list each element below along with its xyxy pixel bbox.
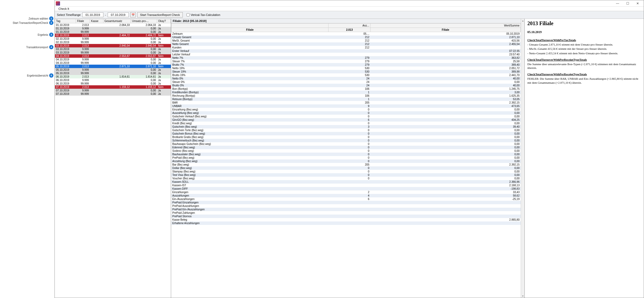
- detail-row[interactable]: PrePaid Zahlungen: [171, 211, 521, 215]
- detail-row[interactable]: Kassen-DIFF-198,83: [171, 187, 521, 190]
- detail-row[interactable]: Brutto 7%279389,40: [171, 63, 521, 66]
- detail-row[interactable]: Netto 0%2440,00: [171, 77, 521, 80]
- detail-row[interactable]: Gutschein Torte (Bez.weg)00,00: [171, 128, 521, 132]
- result-col-header[interactable]: Tag: [55, 19, 76, 23]
- detail-row[interactable]: Ein-/Auszahlungen6-25,19: [171, 197, 521, 201]
- detail-row[interactable]: Dollar (Bez.weg)00,00: [171, 166, 521, 170]
- table-row[interactable]: 02.10.201999.9990,00Ja: [55, 41, 171, 44]
- table-row[interactable]: 06.10.201999.9990,00Ja: [55, 82, 171, 85]
- detail-row[interactable]: PrePaid Auszahlungen: [171, 204, 521, 208]
- detail-row[interactable]: Kunden212: [171, 46, 521, 49]
- detail-row[interactable]: Kredit (Bez.weg)00,00: [171, 122, 521, 125]
- detail-row[interactable]: PrePaid Einzahlungen: [171, 201, 521, 204]
- detail-row[interactable]: PrePaid Stornos: [171, 215, 521, 218]
- titlebar: — ☐ ✕: [55, 0, 644, 7]
- menu-checkit[interactable]: Check It: [56, 7, 71, 11]
- detail-scroll[interactable]: Anz... Wert/Summe Filiale 2.013 Filiale …: [171, 23, 524, 298]
- detail-row[interactable]: Kassen-IST2.168,13: [171, 184, 521, 187]
- table-row[interactable]: 03.10.20199.9990,00Ja: [55, 47, 171, 51]
- detail-row[interactable]: Zeitraum05....05.10.2019: [171, 32, 521, 36]
- result-col-header[interactable]: Filiale: [76, 19, 90, 23]
- detail-row[interactable]: Gutschein Bonus (Bez.weg)00,00: [171, 132, 521, 135]
- detail-row[interactable]: Test Visa (Bez.weg)00,00: [171, 173, 521, 177]
- detail-row[interactable]: Umsatz Gesamt2122.871,10: [171, 35, 521, 39]
- calendar-icon[interactable]: 📅: [130, 12, 136, 17]
- detail-row[interactable]: PrePaid Ein-/Auszahlungen: [171, 208, 521, 211]
- detail-row[interactable]: Retoure (Bontyp)153,05: [171, 97, 521, 101]
- detail-row[interactable]: Brotkarte Gratis (Bez.weg)00,00: [171, 135, 521, 139]
- cell: [103, 92, 131, 96]
- detail-row[interactable]: Voucher (Bez.weg)00,00: [171, 177, 521, 180]
- table-row[interactable]: 03.10.201999.9990,00Ja: [55, 51, 171, 54]
- detail-row[interactable]: Bauhaustaler (Bez.weg)00,00: [171, 153, 521, 156]
- detail-row[interactable]: Stampay (Bez.weg)00,00: [171, 170, 521, 173]
- start-check-button[interactable]: Start TransactionReport Check: [137, 12, 183, 17]
- detail-row[interactable]: Rechnung (Bontyp)1061.625,35: [171, 94, 521, 97]
- detail-row[interactable]: Kreditkunden (Bontyp)13,00: [171, 91, 521, 94]
- detail-row[interactable]: Erhaltene Anzahlungen: [171, 221, 521, 225]
- detail-row[interactable]: Steuer 0%240,00: [171, 80, 521, 84]
- detail-row[interactable]: Auszahlungen458,62: [171, 194, 521, 197]
- table-row[interactable]: 02.10.20192.0132.484,722.484,72Nein: [55, 34, 171, 37]
- detail-row[interactable]: Edenred (Bez.weg)00,00: [171, 146, 521, 149]
- table-row[interactable]: 04.10.201999.9990,00Ja: [55, 61, 171, 65]
- scroll-up-icon[interactable]: ▴: [521, 19, 524, 23]
- detail-row[interactable]: Bon (Bontyp)1061.245,75: [171, 87, 521, 91]
- detail-row[interactable]: Gutschein (Bez.weg)339,40: [171, 125, 521, 128]
- scroll-down-icon[interactable]: ▾: [521, 294, 524, 298]
- table-row[interactable]: 03.10.20192.0132.840,542.840,54Nein: [55, 44, 171, 47]
- detail-row[interactable]: PrePaid (Bez.weg)00,00: [171, 156, 521, 159]
- result-table-scroll[interactable]: TagFilialeKasseGesamtumsatzUmsatz-pro-..…: [55, 19, 171, 298]
- table-row[interactable]: 04.10.20199.9990,00Ja: [55, 58, 171, 61]
- detail-row[interactable]: Sodexo (Bez.weg)00,00: [171, 149, 521, 153]
- table-row[interactable]: 01.10.20199.9990,00Ja: [55, 27, 171, 30]
- table-row[interactable]: 05.10.20199.9990,00Ja: [55, 68, 171, 72]
- detail-row[interactable]: MwSt. Gesamt212415,56: [171, 39, 521, 42]
- table-row[interactable]: 02.10.20199.9990,00Ja: [55, 37, 171, 41]
- detail-row[interactable]: Kasse Beleg2.865,80: [171, 218, 521, 221]
- detail-row[interactable]: Bar (Bez.weg)2052.392,15: [171, 163, 521, 166]
- date-to-input[interactable]: [108, 12, 129, 17]
- result-col-header[interactable]: Kasse: [90, 19, 103, 23]
- detail-row[interactable]: Brutto 0%2440,00: [171, 84, 521, 87]
- detail-row[interactable]: Einzahlungen233,43: [171, 190, 521, 194]
- detail-scrollbar[interactable]: ▴ ▾: [521, 19, 524, 298]
- detail-row[interactable]: Kassen-SOLL2.366,96: [171, 180, 521, 184]
- minimize-button[interactable]: —: [613, 1, 623, 6]
- table-row[interactable]: 07.10.201999.9990,00Ja: [55, 92, 171, 96]
- vertical-tax-checkbox[interactable]: Verical-Tax-Calculation: [186, 13, 220, 16]
- table-row[interactable]: 07.10.20192.0131.159,121.159,12Nein: [55, 85, 171, 89]
- detail-row[interactable]: Steuer 7%27925,58: [171, 60, 521, 63]
- table-row[interactable]: 07.10.20199.9990,00Ja: [55, 89, 171, 92]
- detail-row[interactable]: Steuer 19%530389,98: [171, 70, 521, 73]
- close-button[interactable]: ✕: [633, 1, 643, 6]
- detail-row[interactable]: Letzter Verkauf23:57:40: [171, 53, 521, 56]
- detail-row[interactable]: Anzahlung (Bez.weg)00,00: [171, 159, 521, 163]
- table-row[interactable]: 04.10.20192.0132.553,872.553,87Nein: [55, 54, 171, 58]
- table-row[interactable]: 01.10.201999.9990,00Ja: [55, 30, 171, 34]
- detail-row[interactable]: GiroGO (Bez.weg)6434,25: [171, 118, 521, 122]
- detail-row[interactable]: Schlemmerbuch (Bez.weg)00,00: [171, 139, 521, 142]
- result-col-header[interactable]: Umsatz-pro-...: [131, 19, 157, 23]
- table-row[interactable]: 06.10.20192.0131.814,611.814,61Ja: [55, 75, 171, 78]
- detail-row[interactable]: Netto 7%279363,82: [171, 56, 521, 60]
- detail-row[interactable]: Einzahlung (Bez.weg)00,00: [171, 108, 521, 111]
- table-row[interactable]: 01.10.20192.0132.064,332.064,33Ja: [55, 23, 171, 27]
- detail-row[interactable]: Netto 19%5302.051,72: [171, 66, 521, 70]
- detail-row[interactable]: UNBAR9473,65: [171, 104, 521, 108]
- table-row[interactable]: 06.10.20199.9990,00Ja: [55, 78, 171, 82]
- detail-row[interactable]: BAR2052.392,15: [171, 101, 521, 104]
- date-from-input[interactable]: [82, 12, 103, 17]
- detail-row[interactable]: Bauhasapo Gutschein (Bez.weg)00,00: [171, 142, 521, 146]
- result-col-header[interactable]: Gesamtumsatz: [103, 19, 131, 23]
- result-col-header[interactable]: Okay?: [157, 19, 171, 23]
- maximize-button[interactable]: ☐: [623, 1, 633, 6]
- detail-row[interactable]: Netto Gesamt2122.455,54: [171, 42, 521, 46]
- detail-row[interactable]: Gutschein Verkauf (Bez.weg)00,00: [171, 115, 521, 118]
- table-row[interactable]: 05.10.201999.9990,00Ja: [55, 72, 171, 75]
- detail-row[interactable]: Brutto 19%5302.441,70: [171, 73, 521, 77]
- detail-row[interactable]: Erster Verkauf07:22:35: [171, 49, 521, 53]
- vertical-tax-checkbox-input[interactable]: [186, 13, 190, 16]
- table-row[interactable]: 05.10.20192.0132.871,102.871,10Nein: [55, 65, 171, 68]
- detail-row[interactable]: Auszahlung (Bez.weg)00,00: [171, 111, 521, 115]
